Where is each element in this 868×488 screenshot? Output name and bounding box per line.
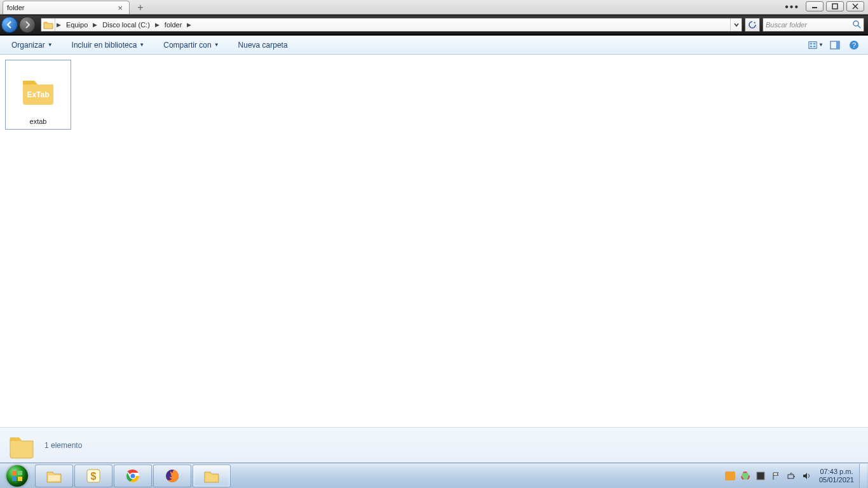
- tab-strip: folder × + •••: [0, 0, 868, 15]
- search-placeholder: Buscar folder: [766, 21, 807, 29]
- svg-rect-16: [12, 471, 17, 475]
- command-toolbar: Organizar▼ Incluir en biblioteca▼ Compar…: [0, 36, 868, 55]
- svg-rect-10: [813, 45, 816, 47]
- svg-rect-32: [794, 476, 795, 477]
- include-in-library-menu[interactable]: Incluir en biblioteca▼: [67, 38, 150, 52]
- file-name: extab: [30, 118, 47, 125]
- address-history-dropdown[interactable]: [730, 18, 742, 31]
- details-pane: 1 elemento: [0, 427, 868, 463]
- tray-volume-icon[interactable]: [801, 470, 812, 482]
- organize-menu[interactable]: Organizar▼: [6, 38, 58, 52]
- breadcrumb-folder[interactable]: folder: [161, 18, 186, 31]
- tray-flag-icon[interactable]: [770, 470, 782, 482]
- menu-ellipsis-button[interactable]: •••: [781, 1, 803, 13]
- svg-rect-17: [18, 471, 22, 475]
- svg-rect-27: [725, 471, 735, 480]
- svg-rect-30: [757, 472, 764, 480]
- chevron-down-icon: ▼: [48, 42, 53, 48]
- tray-icon-app2[interactable]: [740, 470, 751, 482]
- file-item-extab[interactable]: ExTab extab: [5, 60, 71, 130]
- system-tray: 07:43 p.m. 05/01/2021: [722, 463, 868, 488]
- chevron-down-icon: ▼: [214, 42, 219, 48]
- svg-rect-12: [836, 41, 839, 49]
- new-folder-button[interactable]: Nueva carpeta: [233, 38, 293, 52]
- new-tab-button[interactable]: +: [133, 2, 147, 13]
- chevron-right-icon: ▶: [55, 22, 62, 28]
- file-list[interactable]: ExTab extab: [0, 55, 868, 427]
- taskbar: $ 07:43 p.m. 05/01/2021: [0, 463, 868, 488]
- show-desktop-button[interactable]: [859, 464, 867, 488]
- window-maximize-button[interactable]: [826, 1, 844, 11]
- svg-rect-31: [788, 475, 794, 478]
- tray-icon-app3[interactable]: [755, 470, 766, 482]
- chevron-right-icon: ▶: [154, 22, 161, 28]
- preview-pane-button[interactable]: [827, 38, 843, 52]
- svg-text:?: ?: [852, 41, 856, 49]
- nav-forward-button[interactable]: [19, 17, 36, 33]
- taskbar-item-app-dollar[interactable]: $: [74, 464, 112, 487]
- chevron-down-icon: ▼: [818, 42, 824, 48]
- taskbar-clock[interactable]: 07:43 p.m. 05/01/2021: [814, 468, 859, 484]
- svg-rect-8: [813, 43, 816, 44]
- tray-icon-app1[interactable]: [724, 470, 736, 482]
- taskbar-item-firefox[interactable]: [153, 464, 191, 487]
- tab-close-button[interactable]: ×: [115, 3, 125, 13]
- file-icon: ExTab: [13, 64, 64, 115]
- details-summary: 1 elemento: [44, 441, 82, 450]
- chevron-right-icon: ▶: [186, 22, 193, 28]
- svg-rect-7: [810, 43, 813, 44]
- svg-rect-20: [48, 475, 60, 481]
- breadcrumb-equipo[interactable]: Equipo: [62, 18, 92, 31]
- window-close-button[interactable]: [846, 1, 864, 11]
- address-bar[interactable]: ▶ Equipo ▶ Disco local (C:) ▶ folder ▶: [41, 18, 742, 32]
- taskbar-item-explorer[interactable]: [35, 464, 73, 487]
- address-folder-icon: [41, 18, 55, 31]
- tab-title: folder: [7, 4, 25, 11]
- tray-power-icon[interactable]: [785, 470, 797, 482]
- breadcrumb-disco-local-c[interactable]: Disco local (C:): [98, 18, 154, 31]
- svg-rect-6: [809, 41, 817, 48]
- svg-text:ExTab: ExTab: [27, 90, 49, 99]
- taskbar-item-chrome[interactable]: [114, 464, 152, 487]
- window-minimize-button[interactable]: [806, 1, 824, 11]
- view-options-button[interactable]: ▼: [808, 38, 824, 52]
- share-with-menu[interactable]: Compartir con▼: [158, 38, 224, 52]
- help-button[interactable]: ?: [846, 38, 862, 52]
- start-button[interactable]: [0, 463, 34, 489]
- svg-rect-18: [12, 477, 17, 481]
- search-input[interactable]: Buscar folder: [763, 18, 864, 32]
- taskbar-item-folder-active[interactable]: [193, 464, 231, 487]
- nav-back-button[interactable]: [1, 17, 18, 33]
- refresh-button[interactable]: [745, 18, 760, 32]
- search-icon: [853, 20, 861, 30]
- navigation-bar: ▶ Equipo ▶ Disco local (C:) ▶ folder ▶ B…: [0, 15, 868, 36]
- svg-point-4: [853, 21, 858, 26]
- chevron-right-icon: ▶: [92, 22, 98, 28]
- chevron-down-icon: ▼: [139, 42, 144, 48]
- clock-time: 07:43 p.m.: [819, 468, 854, 476]
- svg-rect-9: [810, 45, 813, 47]
- svg-line-5: [858, 25, 860, 28]
- clock-date: 05/01/2021: [819, 476, 854, 484]
- svg-text:$: $: [91, 471, 97, 482]
- svg-rect-1: [832, 4, 837, 9]
- details-folder-icon: [8, 431, 36, 459]
- svg-rect-19: [18, 477, 22, 481]
- tab-folder[interactable]: folder ×: [3, 1, 130, 14]
